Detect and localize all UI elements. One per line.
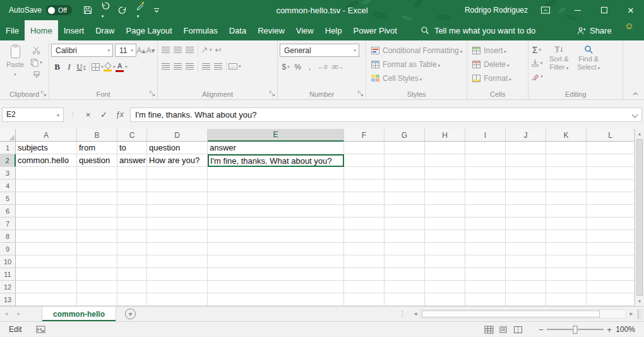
cell-A3[interactable]	[16, 167, 77, 180]
cell-C6[interactable]	[117, 205, 147, 218]
cell-K4[interactable]	[546, 180, 587, 192]
cell-A13[interactable]	[16, 293, 77, 306]
user-name[interactable]: Rodrigo Rodriguez	[465, 6, 528, 15]
column-header-F[interactable]: F	[344, 129, 385, 142]
page-break-view-button[interactable]	[511, 323, 525, 336]
comma-style-button[interactable]: ,	[304, 61, 316, 73]
cell-I11[interactable]	[465, 268, 506, 281]
cell-E5[interactable]	[208, 192, 344, 205]
cell-B5[interactable]	[77, 192, 117, 205]
ribbon-tab-file[interactable]: File	[0, 20, 25, 40]
align-left-button[interactable]	[160, 60, 172, 73]
cell-I10[interactable]	[465, 255, 506, 268]
cell-E4[interactable]	[208, 180, 344, 192]
cell-H9[interactable]	[425, 243, 465, 255]
cell-E9[interactable]	[208, 243, 344, 255]
ribbon-tab-review[interactable]: Review	[252, 20, 290, 40]
zoom-slider[interactable]	[547, 323, 604, 336]
cell-L13[interactable]	[587, 293, 635, 306]
cell-B7[interactable]	[77, 218, 117, 230]
cell-K6[interactable]	[546, 205, 587, 218]
formula-bar-expand-icon[interactable]	[632, 111, 638, 118]
cell-D5[interactable]	[147, 192, 208, 205]
font-name-combo[interactable]: Calibri	[51, 44, 113, 57]
cell-E3[interactable]	[208, 167, 344, 180]
cell-B4[interactable]	[77, 180, 117, 192]
ribbon-tab-power-pivot[interactable]: Power Pivot	[348, 20, 403, 40]
cell-G10[interactable]	[385, 255, 425, 268]
cell-I2[interactable]	[465, 154, 506, 167]
number-format-combo[interactable]: General	[280, 44, 359, 57]
decrease-decimal-button[interactable]: .00→	[329, 64, 345, 70]
column-header-H[interactable]: H	[425, 129, 465, 142]
formula-bar-separator[interactable]: ⋮	[64, 111, 80, 118]
cell-L5[interactable]	[587, 192, 635, 205]
find-select-button[interactable]: Find & Select	[574, 42, 604, 89]
collapse-ribbon-button[interactable]	[632, 91, 639, 96]
cell-A12[interactable]	[16, 281, 77, 293]
cell-K9[interactable]	[546, 243, 587, 255]
row-header-9[interactable]: 9	[0, 243, 16, 255]
cell-G4[interactable]	[385, 180, 425, 192]
cell-F12[interactable]	[344, 281, 385, 293]
row-header-2[interactable]: 2	[0, 154, 16, 167]
ribbon-tab-home[interactable]: Home	[25, 20, 58, 40]
zoom-out-button[interactable]: −	[535, 325, 547, 334]
cell-G9[interactable]	[385, 243, 425, 255]
horizontal-scroll-track[interactable]	[420, 309, 626, 319]
cell-H1[interactable]	[425, 142, 465, 154]
clear-button[interactable]	[530, 70, 543, 83]
clipboard-dialog-launcher[interactable]	[40, 90, 47, 97]
cell-K5[interactable]	[546, 192, 587, 205]
sheet-tab-common-hello[interactable]: common-hello	[42, 307, 116, 321]
increase-indent-button[interactable]	[212, 60, 224, 73]
cell-C2[interactable]: answer	[117, 154, 147, 167]
cell-J10[interactable]	[506, 255, 546, 268]
normal-view-button[interactable]	[482, 323, 496, 336]
column-header-J[interactable]: J	[506, 129, 546, 142]
scroll-down-icon[interactable]: ▼	[635, 297, 644, 306]
cell-A10[interactable]	[16, 255, 77, 268]
borders-button[interactable]	[92, 61, 104, 73]
ribbon-tab-view[interactable]: View	[290, 20, 319, 40]
cell-C12[interactable]	[117, 281, 147, 293]
row-header-10[interactable]: 10	[0, 255, 16, 268]
cell-F2[interactable]	[344, 154, 385, 167]
select-all-corner[interactable]	[0, 129, 16, 142]
zoom-in-button[interactable]: +	[604, 325, 615, 334]
cell-J9[interactable]	[506, 243, 546, 255]
cell-A5[interactable]	[16, 192, 77, 205]
row-header-4[interactable]: 4	[0, 180, 16, 192]
ribbon-tab-formulas[interactable]: Formulas	[178, 20, 224, 40]
column-header-E[interactable]: E	[208, 129, 344, 142]
cell-E1[interactable]: answer	[208, 142, 344, 154]
cell-C3[interactable]	[117, 167, 147, 180]
cell-K7[interactable]	[546, 218, 587, 230]
cell-L2[interactable]	[587, 154, 635, 167]
cell-J13[interactable]	[506, 293, 546, 306]
ribbon-tab-page-layout[interactable]: Page Layout	[121, 20, 178, 40]
column-header-L[interactable]: L	[587, 129, 635, 142]
cell-A7[interactable]	[16, 218, 77, 230]
column-header-C[interactable]: C	[117, 129, 147, 142]
redo-button[interactable]	[114, 1, 131, 19]
cell-C11[interactable]	[117, 268, 147, 281]
share-button[interactable]: Share	[577, 20, 612, 40]
close-button[interactable]: ×	[617, 0, 644, 20]
delete-cells-button[interactable]: Delete	[469, 58, 526, 71]
sheet-nav-right-icon[interactable]: ►	[13, 307, 25, 321]
cell-D8[interactable]	[147, 230, 208, 243]
cell-D7[interactable]	[147, 218, 208, 230]
scroll-up-icon[interactable]: ▲	[635, 129, 644, 138]
cell-F8[interactable]	[344, 230, 385, 243]
feedback-smiley-icon[interactable]: ☺	[624, 20, 634, 40]
cell-C10[interactable]	[117, 255, 147, 268]
autosum-button[interactable]: Σ	[530, 43, 543, 56]
percent-style-button[interactable]: %	[292, 61, 304, 73]
cell-H12[interactable]	[425, 281, 465, 293]
macro-record-button[interactable]	[36, 326, 45, 333]
vertical-scroll-thumb[interactable]	[636, 139, 643, 296]
cell-C5[interactable]	[117, 192, 147, 205]
row-header-8[interactable]: 8	[0, 230, 16, 243]
cell-B6[interactable]	[77, 205, 117, 218]
